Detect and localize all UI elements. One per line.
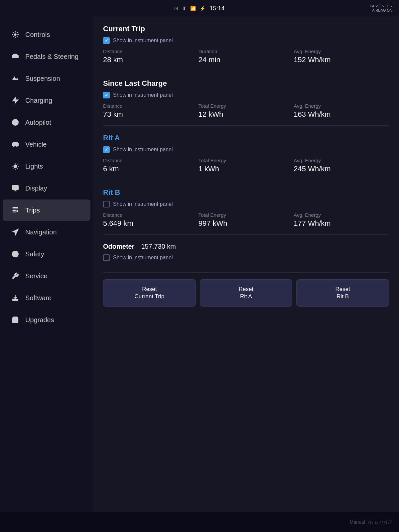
rit-b-energy-value: 997 kWh xyxy=(199,219,294,228)
controls-icon xyxy=(11,30,20,39)
odometer-show-label: Show in instrument panel xyxy=(113,255,173,261)
content-area: Current Trip Show in instrument panel Di… xyxy=(93,17,399,512)
rit-b-checkbox[interactable] xyxy=(103,201,110,207)
wifi-icon: 📶 xyxy=(190,6,196,11)
current-trip-energy-value: 152 Wh/km xyxy=(294,56,389,64)
since-charge-energy-value: 12 kWh xyxy=(199,110,294,119)
current-trip-section: Current Trip Show in instrument panel Di… xyxy=(103,25,389,71)
rit-a-show-label: Show in instrument panel xyxy=(113,147,173,153)
current-trip-show-label: Show in instrument panel xyxy=(113,38,173,44)
since-last-charge-checkbox[interactable] xyxy=(103,92,110,98)
watermark: arena3 xyxy=(368,518,392,526)
download-icon: ⬇ xyxy=(182,6,186,11)
bluetooth-icon: ⚡ xyxy=(200,6,205,11)
sidebar-item-suspension[interactable]: Suspension xyxy=(3,68,90,89)
current-trip-show-panel: Show in instrument panel xyxy=(103,37,389,44)
sidebar-item-lights[interactable]: Lights xyxy=(3,156,90,177)
since-last-charge-show-label: Show in instrument panel xyxy=(113,92,173,98)
main-layout: Controls Pedals & Steering Suspension xyxy=(0,17,399,512)
sidebar-item-controls[interactable]: Controls xyxy=(3,24,90,45)
bottom-bar: Manual arena3 xyxy=(0,512,399,532)
reset-rit-b-button[interactable]: ResetRit B xyxy=(296,279,389,307)
odometer-section: Odometer 157.730 km Show in instrument p… xyxy=(103,243,389,273)
charging-label: Charging xyxy=(25,97,52,104)
current-trip-distance: Distance 28 km xyxy=(103,49,199,64)
rit-a-title: Rit A xyxy=(103,134,389,142)
rit-a-energy-label: Total Energy xyxy=(199,158,294,163)
sidebar-item-trips[interactable]: Trips xyxy=(3,200,90,221)
suspension-icon xyxy=(11,74,20,83)
current-trip-duration: Duration 24 min xyxy=(199,49,294,64)
navigation-icon xyxy=(11,227,20,237)
odometer-value: 157.730 km xyxy=(141,243,176,250)
sidebar: Controls Pedals & Steering Suspension xyxy=(0,17,93,512)
rit-a-avg-value: 245 Wh/km xyxy=(294,165,389,173)
rit-b-distance-label: Distance xyxy=(103,212,199,218)
sidebar-item-software[interactable]: Software xyxy=(3,287,90,309)
sidebar-item-charging[interactable]: Charging xyxy=(3,90,90,111)
rit-b-stats: Distance 5.649 km Total Energy 997 kWh A… xyxy=(103,212,389,228)
rit-a-checkbox[interactable] xyxy=(103,146,110,153)
navigation-label: Navigation xyxy=(25,228,57,236)
odometer-label: Odometer xyxy=(103,243,134,250)
safety-icon xyxy=(11,249,20,259)
sidebar-item-autopilot[interactable]: Autopilot xyxy=(3,112,90,133)
sidebar-item-display[interactable]: Display xyxy=(3,178,90,199)
odometer-row: Odometer 157.730 km xyxy=(103,243,389,250)
service-label: Service xyxy=(25,272,48,280)
manual-label: Manual xyxy=(350,519,365,525)
current-trip-duration-label: Duration xyxy=(199,49,294,54)
rit-b-energy-label: Total Energy xyxy=(199,212,294,218)
since-charge-energy-label: Total Energy xyxy=(199,103,294,109)
sidebar-item-service[interactable]: Service xyxy=(3,265,90,287)
trips-icon xyxy=(11,205,20,215)
safety-label: Safety xyxy=(25,250,44,258)
svg-marker-9 xyxy=(13,229,18,235)
since-charge-avg-energy: Avg. Energy 163 Wh/km xyxy=(294,103,389,119)
sidebar-item-safety[interactable]: Safety xyxy=(3,243,90,265)
clock: 15:14 xyxy=(209,5,224,12)
controls-label: Controls xyxy=(25,31,50,39)
pedals-icon xyxy=(11,52,20,61)
software-label: Software xyxy=(25,294,52,302)
reset-current-trip-button[interactable]: ResetCurrent Trip xyxy=(103,279,196,307)
rit-b-avg-label: Avg. Energy xyxy=(294,212,389,218)
sidebar-item-upgrades[interactable]: Upgrades xyxy=(3,309,90,331)
upgrades-label: Upgrades xyxy=(25,316,54,324)
software-icon xyxy=(11,293,20,303)
current-trip-title: Current Trip xyxy=(103,25,389,33)
rit-a-distance: Distance 6 km xyxy=(103,158,199,173)
rit-b-avg-energy: Avg. Energy 177 Wh/km xyxy=(294,212,389,228)
display-icon xyxy=(11,184,20,193)
rit-b-title: Rit B xyxy=(103,188,389,197)
rit-b-section: Rit B Show in instrument panel Distance … xyxy=(103,188,389,235)
sidebar-item-navigation[interactable]: Navigation xyxy=(3,221,90,243)
since-charge-distance-label: Distance xyxy=(103,103,199,109)
current-trip-distance-value: 28 km xyxy=(103,56,199,64)
svg-rect-1 xyxy=(12,55,18,58)
sidebar-item-pedals[interactable]: Pedals & Steering xyxy=(3,46,90,67)
svg-point-5 xyxy=(13,145,15,147)
since-charge-distance-value: 73 km xyxy=(103,110,199,119)
rit-a-show-panel: Show in instrument panel xyxy=(103,146,389,153)
current-trip-energy: Avg. Energy 152 Wh/km xyxy=(294,49,389,64)
rit-b-avg-value: 177 Wh/km xyxy=(294,219,389,228)
status-icons: ⊡ ⬇ 📶 ⚡ 15:14 xyxy=(174,5,224,12)
current-trip-checkbox[interactable] xyxy=(103,37,110,44)
passenger-label: PASSENGERAIRBAG ON xyxy=(370,4,392,13)
rit-a-avg-label: Avg. Energy xyxy=(294,158,389,163)
service-icon xyxy=(11,271,20,281)
reset-rit-a-button[interactable]: ResetRit A xyxy=(200,279,293,307)
since-charge-distance: Distance 73 km xyxy=(103,103,199,119)
current-trip-distance-label: Distance xyxy=(103,49,199,54)
rit-a-energy-value: 1 kWh xyxy=(199,165,294,173)
autopilot-label: Autopilot xyxy=(25,119,51,126)
svg-point-6 xyxy=(16,145,18,147)
rit-b-show-label: Show in instrument panel xyxy=(113,201,173,207)
suspension-label: Suspension xyxy=(25,75,60,82)
rit-a-stats: Distance 6 km Total Energy 1 kWh Avg. En… xyxy=(103,158,389,173)
odometer-checkbox[interactable] xyxy=(103,254,110,261)
rit-b-show-panel: Show in instrument panel xyxy=(103,201,389,207)
trips-label: Trips xyxy=(25,206,40,214)
sidebar-item-vehicle[interactable]: Vehicle xyxy=(3,134,90,155)
